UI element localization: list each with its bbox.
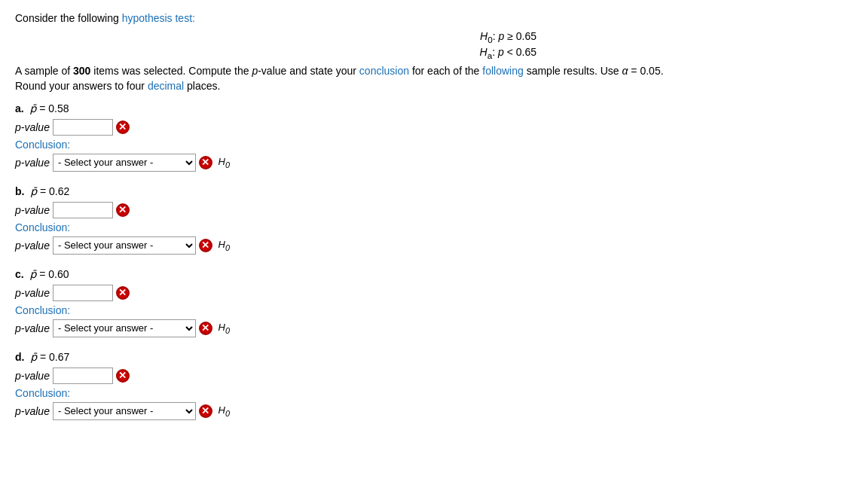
- part-b-conclusion-label: Conclusion:: [15, 221, 853, 233]
- part-c-pvalue-input[interactable]: [53, 285, 113, 301]
- part-c-label: c. p̄ = 0.60: [15, 268, 853, 280]
- part-b-pvalue-error-icon[interactable]: ✕: [116, 203, 130, 217]
- part-a-conclusion-select[interactable]: - Select your answer - Do not reject H₀ …: [53, 154, 196, 172]
- part-b-pvalue-row: p-value ✕: [15, 202, 853, 218]
- part-d-label: d. p̄ = 0.67: [15, 351, 853, 363]
- part-c: c. p̄ = 0.60 p-value ✕ Conclusion: p-val…: [15, 268, 853, 337]
- part-c-conclusion-row: p-value - Select your answer - Do not re…: [15, 319, 853, 337]
- part-a: a. p̄ = 0.58 p-value ✕ Conclusion: p-val…: [15, 102, 853, 172]
- part-d-h0-text: H0: [215, 404, 230, 418]
- part-d-pvalue-label: p-value: [15, 370, 50, 382]
- part-d-conclusion-select[interactable]: - Select your answer - Do not reject H₀ …: [53, 402, 196, 420]
- part-b-label: b. p̄ = 0.62: [15, 185, 853, 197]
- part-b-conclusion-error-icon[interactable]: ✕: [199, 239, 212, 252]
- part-b-pvalue-label: p-value: [15, 204, 50, 216]
- part-c-pvalue-row: p-value ✕: [15, 285, 853, 301]
- part-d-pvalue-input[interactable]: [53, 368, 113, 384]
- part-c-conclusion-pvalue-label: p-value: [15, 322, 50, 334]
- part-a-conclusion-error-icon[interactable]: ✕: [199, 156, 212, 169]
- part-a-pvalue-row: p-value ✕: [15, 119, 853, 136]
- h0-line: H0: p ≥ 0.65: [15, 30, 536, 44]
- part-c-conclusion-label: Conclusion:: [15, 304, 853, 316]
- part-c-pvalue-label: p-value: [15, 287, 50, 299]
- part-c-conclusion-select[interactable]: - Select your answer - Do not reject H₀ …: [53, 319, 196, 337]
- part-d-pvalue-error-icon[interactable]: ✕: [116, 369, 130, 383]
- part-a-pvalue-input[interactable]: [53, 119, 113, 136]
- conclusion-link: conclusion: [359, 65, 409, 77]
- part-a-label: a. p̄ = 0.58: [15, 102, 853, 114]
- part-c-h0-text: H0: [215, 322, 230, 335]
- intro-paragraph: Consider the following hypothesis test:: [15, 12, 853, 24]
- part-b: b. p̄ = 0.62 p-value ✕ Conclusion: p-val…: [15, 185, 853, 255]
- part-d-conclusion-row: p-value - Select your answer - Do not re…: [15, 402, 853, 420]
- part-d-pvalue-row: p-value ✕: [15, 368, 853, 384]
- part-a-pvalue-error-icon[interactable]: ✕: [116, 120, 130, 134]
- part-b-h0-text: H0: [215, 239, 230, 252]
- part-b-pvalue-input[interactable]: [53, 202, 113, 218]
- sample-description: A sample of 300 items was selected. Comp…: [15, 65, 853, 77]
- part-d-conclusion-pvalue-label: p-value: [15, 405, 50, 417]
- part-b-conclusion-select[interactable]: - Select your answer - Do not reject H₀ …: [53, 236, 196, 255]
- part-a-conclusion-row: p-value - Select your answer - Do not re…: [15, 154, 853, 172]
- decimal-link: decimal: [148, 80, 184, 92]
- part-c-conclusion-error-icon[interactable]: ✕: [199, 322, 212, 335]
- part-a-h0-text: H0: [215, 156, 230, 169]
- part-a-conclusion-pvalue-label: p-value: [15, 157, 50, 169]
- part-a-pvalue-label: p-value: [15, 121, 50, 133]
- following-link: following: [482, 65, 523, 77]
- part-c-pvalue-error-icon[interactable]: ✕: [116, 286, 130, 300]
- part-d-conclusion-error-icon[interactable]: ✕: [199, 404, 212, 418]
- round-instruction: Round your answers to four decimal place…: [15, 80, 853, 92]
- sample-size: 300: [73, 65, 90, 77]
- hypothesis-test-link: hypothesis test:: [122, 12, 195, 24]
- part-a-conclusion-label: Conclusion:: [15, 139, 853, 151]
- ha-line: Ha: p < 0.65: [15, 46, 536, 60]
- part-b-conclusion-pvalue-label: p-value: [15, 239, 50, 252]
- hypothesis-block: H0: p ≥ 0.65 Ha: p < 0.65: [15, 30, 853, 60]
- part-b-conclusion-row: p-value - Select your answer - Do not re…: [15, 236, 853, 255]
- part-d: d. p̄ = 0.67 p-value ✕ Conclusion: p-val…: [15, 351, 853, 420]
- part-d-conclusion-label: Conclusion:: [15, 387, 853, 399]
